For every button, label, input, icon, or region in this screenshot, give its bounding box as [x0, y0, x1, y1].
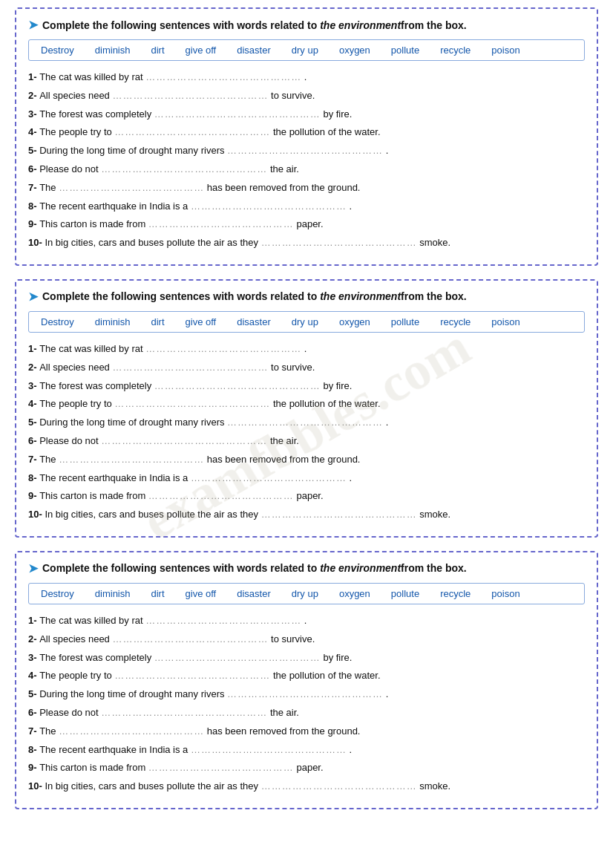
word-item: dry up [292, 588, 318, 599]
list-item: 1- The cat was killed by rat ……………………………… [28, 613, 585, 629]
title-text: Complete the following sentences with wo… [42, 19, 467, 31]
sentence-number: 1- [28, 615, 39, 626]
answer-dots: …………………………………… [59, 182, 204, 193]
list-item: 4- The people try to ……………………………………… the… [28, 668, 585, 684]
list-item: 6- Please do not ………………………………………… the ai… [28, 705, 585, 721]
word-item: diminish [95, 316, 131, 327]
word-item: dry up [292, 45, 318, 56]
word-box-1: Destroydiminishdirtgive offdisasterdry u… [28, 39, 585, 61]
list-item: 9- This carton is made from ………………………………… [28, 489, 585, 504]
list-item: 7- The …………………………………… has been removed f… [28, 724, 585, 740]
answer-dots: ……………………………………… [114, 398, 270, 409]
list-item: 10- In big cities, cars and buses pollut… [28, 507, 585, 523]
answer-dots: ………………………………………… [101, 707, 267, 718]
word-item: recycle [440, 45, 471, 56]
answer-dots: ……………………………………… [261, 509, 417, 520]
answer-dots: ……………………………………… [227, 688, 383, 699]
word-item: Destroy [41, 316, 74, 327]
answer-dots: ……………………………………… [227, 145, 383, 156]
answer-dots: ……………………………………… [191, 744, 347, 755]
list-item: 6- Please do not ………………………………………… the ai… [28, 434, 585, 449]
list-item: 8- The recent earthquake in India is a …… [28, 199, 585, 215]
list-item: 5- During the long time of drought many … [28, 143, 585, 159]
answer-dots: ……………………………………… [145, 71, 301, 82]
word-item: diminish [95, 45, 131, 56]
answer-dots: ……………………………………… [227, 417, 383, 428]
answer-dots: ……………………………………… [112, 90, 268, 101]
sentence-number: 10- [28, 509, 45, 520]
answer-dots: …………………………………… [148, 490, 294, 501]
list-item: 6- Please do not ………………………………………… the ai… [28, 162, 585, 177]
worksheet-section-3: ➤Complete the following sentences with w… [15, 551, 598, 809]
list-item: 10- In big cities, cars and buses pollut… [28, 235, 585, 251]
answer-dots: ……………………………………… [114, 670, 270, 681]
word-item: poison [491, 316, 519, 327]
word-item: diminish [95, 588, 131, 599]
sentence-number: 6- [28, 435, 39, 446]
list-item: 8- The recent earthquake in India is a …… [28, 471, 585, 486]
sentence-number: 2- [28, 633, 39, 645]
sentence-number: 8- [28, 200, 39, 212]
list-item: 4- The people try to ……………………………………… the… [28, 125, 585, 140]
arrow-icon: ➤ [28, 290, 38, 304]
section-title-1: ➤Complete the following sentences with w… [28, 18, 585, 32]
sentence-number: 5- [28, 145, 39, 156]
sentence-number: 6- [28, 163, 39, 174]
title-text: Complete the following sentences with wo… [42, 562, 467, 574]
answer-dots: ……………………………………… [114, 126, 270, 137]
sentences-list-3: 1- The cat was killed by rat ……………………………… [28, 613, 585, 794]
answer-dots: ………………………………………… [154, 652, 321, 663]
sentence-number: 9- [28, 490, 39, 501]
sentence-number: 5- [28, 417, 39, 428]
worksheet-section-2: ➤Complete the following sentences with w… [15, 279, 598, 538]
answer-dots: …………………………………… [59, 725, 204, 737]
word-item: poison [491, 45, 519, 56]
word-item: give off [186, 588, 217, 599]
word-item: recycle [440, 588, 471, 599]
sentences-list-2: 1- The cat was killed by rat ……………………………… [28, 342, 585, 523]
section-title-3: ➤Complete the following sentences with w… [28, 561, 585, 575]
sentence-number: 2- [28, 362, 39, 373]
list-item: 5- During the long time of drought many … [28, 687, 585, 702]
sentence-number: 7- [28, 182, 39, 193]
sentence-number: 10- [28, 237, 45, 248]
word-item: dirt [151, 588, 164, 599]
section-title-2: ➤Complete the following sentences with w… [28, 290, 585, 304]
sentence-number: 7- [28, 725, 39, 737]
list-item: 10- In big cities, cars and buses pollut… [28, 779, 585, 794]
list-item: 4- The people try to ……………………………………… the… [28, 397, 585, 412]
word-item: dirt [151, 45, 164, 56]
sentence-number: 4- [28, 670, 39, 681]
list-item: 8- The recent earthquake in India is a …… [28, 743, 585, 758]
word-box-2: Destroydiminishdirtgive offdisasterdry u… [28, 311, 585, 333]
sentence-number: 2- [28, 90, 39, 101]
word-box-3: Destroydiminishdirtgive offdisasterdry u… [28, 583, 585, 604]
sentence-number: 3- [28, 108, 39, 120]
sentence-number: 6- [28, 707, 39, 718]
answer-dots: ……………………………………… [112, 362, 268, 373]
word-item: oxygen [339, 588, 370, 599]
sentence-number: 4- [28, 398, 39, 409]
word-item: disaster [237, 316, 271, 327]
answer-dots: …………………………………… [59, 454, 204, 465]
sentence-number: 8- [28, 744, 39, 755]
list-item: 3- The forest was completely ……………………………… [28, 107, 585, 123]
word-item: Destroy [41, 588, 74, 599]
answer-dots: …………………………………… [148, 218, 294, 229]
sentence-number: 3- [28, 652, 39, 663]
sentence-number: 4- [28, 126, 39, 137]
sentence-number: 8- [28, 472, 39, 483]
answer-dots: ……………………………………… [261, 780, 417, 792]
answer-dots: ……………………………………… [261, 237, 417, 248]
word-item: recycle [440, 316, 471, 327]
answer-dots: ……………………………………… [191, 472, 347, 483]
sentence-number: 7- [28, 454, 39, 465]
list-item: 9- This carton is made from ………………………………… [28, 217, 585, 232]
list-item: 1- The cat was killed by rat ……………………………… [28, 342, 585, 357]
word-item: disaster [237, 588, 271, 599]
list-item: 1- The cat was killed by rat ……………………………… [28, 70, 585, 85]
answer-dots: ………………………………………… [101, 435, 267, 446]
sentence-number: 1- [28, 343, 39, 354]
answer-dots: ………………………………………… [154, 108, 321, 120]
arrow-icon: ➤ [28, 18, 38, 32]
